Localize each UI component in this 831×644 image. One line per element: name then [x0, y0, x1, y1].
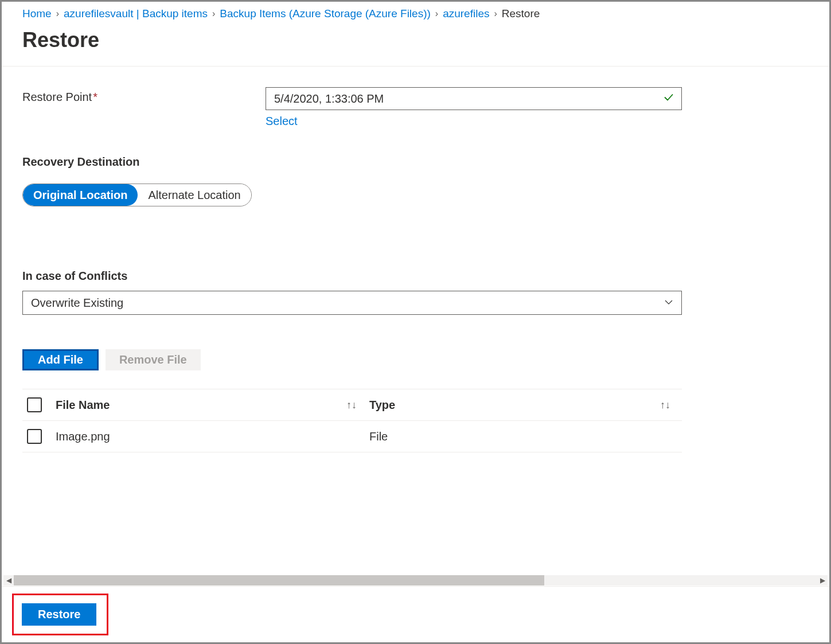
table-header: File Name ↑↓ Type ↑↓ [22, 389, 682, 421]
restore-point-label: Restore Point* [22, 87, 266, 104]
chevron-down-icon [664, 296, 673, 310]
select-all-checkbox[interactable] [27, 397, 42, 412]
chevron-right-icon: › [212, 9, 215, 19]
conflicts-label: In case of Conflicts [22, 270, 809, 283]
restore-point-input[interactable]: 5/4/2020, 1:33:06 PM [266, 87, 682, 110]
conflicts-select[interactable]: Overwrite Existing [22, 291, 682, 315]
restore-button[interactable]: Restore [22, 603, 96, 626]
add-file-button[interactable]: Add File [22, 349, 99, 370]
chevron-right-icon: › [435, 9, 438, 19]
scroll-right-icon[interactable]: ▶ [817, 576, 828, 584]
breadcrumb-home[interactable]: Home [22, 7, 52, 20]
sort-icon[interactable]: ↑↓ [660, 399, 670, 411]
restore-point-row: Restore Point* 5/4/2020, 1:33:06 PM Sele… [22, 87, 809, 128]
toggle-alternate-location[interactable]: Alternate Location [138, 184, 251, 206]
column-type[interactable]: Type [369, 399, 395, 412]
select-restore-point-link[interactable]: Select [266, 115, 298, 128]
file-name-cell: Image.png [56, 430, 110, 443]
page-title: Restore [2, 25, 829, 67]
chevron-right-icon: › [56, 9, 59, 19]
breadcrumb-current: Restore [502, 7, 540, 20]
highlight-annotation: Restore [12, 594, 108, 635]
sort-icon[interactable]: ↑↓ [346, 399, 357, 411]
breadcrumb-azurefiles[interactable]: azurefiles [443, 7, 489, 20]
chevron-right-icon: › [494, 9, 497, 19]
breadcrumb: Home › azurefilesvault | Backup items › … [2, 2, 829, 25]
row-checkbox[interactable] [27, 429, 42, 444]
horizontal-scrollbar[interactable]: ◀ ▶ [3, 575, 828, 586]
recovery-destination-heading: Recovery Destination [22, 155, 809, 169]
table-row[interactable]: Image.png File [22, 421, 682, 452]
column-file-name[interactable]: File Name [56, 399, 110, 412]
breadcrumb-vault[interactable]: azurefilesvault | Backup items [64, 7, 208, 20]
required-asterisk: * [93, 91, 97, 103]
file-table: File Name ↑↓ Type ↑↓ Image.png File [22, 389, 682, 452]
breadcrumb-backup-items[interactable]: Backup Items (Azure Storage (Azure Files… [220, 7, 430, 20]
toggle-original-location[interactable]: Original Location [23, 184, 138, 206]
file-type-cell: File [369, 430, 388, 443]
checkmark-icon [663, 92, 674, 106]
scroll-left-icon[interactable]: ◀ [3, 576, 14, 584]
recovery-destination-toggle: Original Location Alternate Location [22, 184, 252, 206]
footer: Restore [2, 586, 829, 642]
scrollbar-thumb[interactable] [14, 575, 544, 586]
remove-file-button: Remove File [106, 349, 201, 370]
